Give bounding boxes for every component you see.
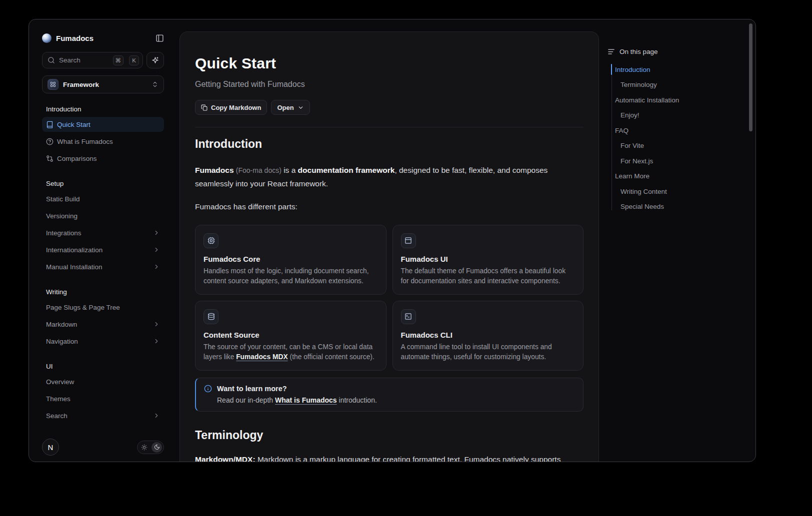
sidebar-item-label: Internationalization: [46, 246, 102, 254]
card-title: Fumadocs CLI: [401, 331, 576, 339]
introduction-heading: Introduction: [195, 137, 584, 151]
card-content-source[interactable]: Content Source The source of your conten…: [195, 301, 386, 371]
search-row: Search ⌘ K: [42, 52, 164, 68]
callout-text-post: introduction.: [339, 396, 377, 404]
feature-cards: Fumadocs Core Handles most of the logic,…: [195, 225, 584, 371]
kbd-command: ⌘: [113, 55, 124, 65]
toc-item-faq[interactable]: FAQ: [608, 123, 754, 138]
toc-item-terminology[interactable]: Terminology: [608, 77, 754, 93]
sidebar-item-static-build[interactable]: Static Build: [42, 191, 164, 206]
kbd-k: K: [129, 55, 139, 65]
chevron-right-icon: [153, 263, 160, 270]
copy-markdown-label: Copy Markdown: [211, 104, 261, 111]
card-title: Fumadocs UI: [401, 255, 576, 263]
text-is-a: is a: [284, 166, 296, 174]
sidebar-item-quick-start[interactable]: Quick Start: [42, 117, 164, 132]
chevron-right-icon: [153, 338, 160, 345]
sidebar-item-overview[interactable]: Overview: [42, 374, 164, 389]
introduction-paragraph: Fumadocs (Foo-ma docs) is a documentatio…: [195, 164, 584, 190]
toc-item-special-needs[interactable]: Special Needs: [608, 199, 754, 215]
copy-markdown-button[interactable]: Copy Markdown: [195, 100, 267, 115]
callout-text-pre: Read our in-depth: [217, 396, 273, 404]
sun-icon[interactable]: [139, 442, 150, 453]
book-icon: [46, 121, 54, 128]
sparkles-icon: [152, 56, 159, 64]
sidebar-section-ui: UI Overview Themes Search: [42, 360, 164, 423]
sidebar: Fumadocs Search ⌘ K: [29, 19, 174, 462]
text-pronunciation: (Foo-ma docs): [236, 166, 282, 174]
sidebar-item-manual-installation[interactable]: Manual Installation: [42, 259, 164, 274]
toc-rail: [612, 64, 612, 210]
nextjs-logo-letter: N: [48, 443, 54, 452]
framework-selector[interactable]: Framework: [42, 75, 164, 93]
help-circle-icon: [46, 138, 54, 145]
toc-item-for-nextjs[interactable]: For Next.js: [608, 153, 754, 169]
sidebar-section-setup: Setup Static Build Versioning Integratio…: [42, 177, 164, 274]
theme-toggle[interactable]: [137, 441, 164, 454]
chevron-right-icon: [153, 229, 160, 236]
card-fumadocs-core[interactable]: Fumadocs Core Handles most of the logic,…: [195, 225, 386, 295]
toc-item-writing-content[interactable]: Writing Content: [608, 184, 754, 199]
sidebar-nav: Introduction Quick Start What is Fumadoc…: [42, 96, 164, 433]
chevron-right-icon: [153, 246, 160, 253]
sidebar-item-page-slugs[interactable]: Page Slugs & Page Tree: [42, 300, 164, 315]
framework-grid-icon: [48, 79, 58, 90]
info-callout: Want to learn more? Read our in-depth Wh…: [195, 378, 584, 412]
sidebar-item-internationalization[interactable]: Internationalization: [42, 242, 164, 257]
toc-item-for-vite[interactable]: For Vite: [608, 138, 754, 154]
page-title: Quick Start: [195, 55, 584, 72]
sidebar-section-writing: Writing Page Slugs & Page Tree Markdown …: [42, 285, 164, 349]
text-documentation-framework: documentation framework: [298, 166, 395, 174]
sidebar-item-themes[interactable]: Themes: [42, 391, 164, 406]
toc-item-automatic-installation[interactable]: Automatic Installation: [608, 92, 754, 108]
sidebar-item-label: Overview: [46, 378, 74, 386]
sidebar-item-navigation[interactable]: Navigation: [42, 334, 164, 349]
collapse-sidebar-button[interactable]: [156, 34, 164, 42]
card-fumadocs-cli[interactable]: Fumadocs CLI A command line tool to inst…: [392, 301, 584, 371]
sidebar-item-search[interactable]: Search: [42, 408, 164, 423]
sidebar-item-label: Page Slugs & Page Tree: [46, 304, 120, 311]
git-compare-icon: [46, 155, 54, 162]
chevron-right-icon: [153, 321, 160, 328]
card-fumadocs-ui[interactable]: Fumadocs UI The default theme of Fumadoc…: [392, 225, 584, 295]
table-of-contents: On this page Introduction Terminology Au…: [608, 48, 754, 214]
align-left-icon: [608, 48, 615, 55]
terminology-heading: Terminology: [195, 429, 584, 442]
sidebar-item-label: Quick Start: [57, 121, 90, 128]
sidebar-item-label: Integrations: [46, 229, 82, 237]
section-label: Introduction: [42, 102, 164, 116]
search-input[interactable]: Search ⌘ K: [42, 52, 143, 68]
what-is-fumadocs-link[interactable]: What is Fumadocs: [275, 396, 337, 404]
sidebar-footer: N: [42, 433, 164, 456]
toc-item-learn-more[interactable]: Learn More: [608, 169, 754, 184]
callout-body: Read our in-depth What is Fumadocs intro…: [217, 396, 575, 404]
search-placeholder: Search: [59, 56, 109, 64]
toc-list: Introduction Terminology Automatic Insta…: [608, 62, 754, 214]
fumadocs-mdx-link[interactable]: Fumadocs MDX: [236, 353, 288, 361]
sidebar-item-integrations[interactable]: Integrations: [42, 225, 164, 240]
card-title: Content Source: [204, 331, 378, 339]
open-button[interactable]: Open: [271, 100, 310, 115]
app-window: Fumadocs Search ⌘ K: [28, 19, 756, 462]
sidebar-item-versioning[interactable]: Versioning: [42, 208, 164, 223]
callout-title: Want to learn more?: [217, 385, 287, 393]
text-fumadocs: Fumadocs: [195, 166, 234, 174]
sidebar-item-comparisons[interactable]: Comparisons: [42, 151, 164, 166]
ai-search-button[interactable]: [146, 52, 164, 68]
toc-item-enjoy[interactable]: Enjoy!: [608, 108, 754, 123]
sidebar-section-introduction: Introduction Quick Start What is Fumadoc…: [42, 102, 164, 166]
toc-item-introduction[interactable]: Introduction: [608, 62, 754, 77]
sidebar-item-label: Comparisons: [57, 155, 97, 162]
nextjs-logo-button[interactable]: N: [42, 439, 59, 456]
scrollbar-thumb[interactable]: [749, 23, 752, 131]
cpu-icon: [204, 233, 218, 248]
panel-top-icon: [401, 233, 416, 248]
sidebar-item-markdown[interactable]: Markdown: [42, 317, 164, 332]
sidebar-item-what-is-fumadocs[interactable]: What is Fumadocs: [42, 134, 164, 149]
panel-left-icon: [156, 34, 164, 42]
moon-icon[interactable]: [152, 442, 162, 453]
chevron-down-icon: [298, 104, 304, 111]
main-content-panel: Quick Start Getting Started with Fumadoc…: [180, 31, 599, 462]
sidebar-item-label: Search: [46, 412, 68, 420]
section-label: Writing: [42, 285, 164, 299]
